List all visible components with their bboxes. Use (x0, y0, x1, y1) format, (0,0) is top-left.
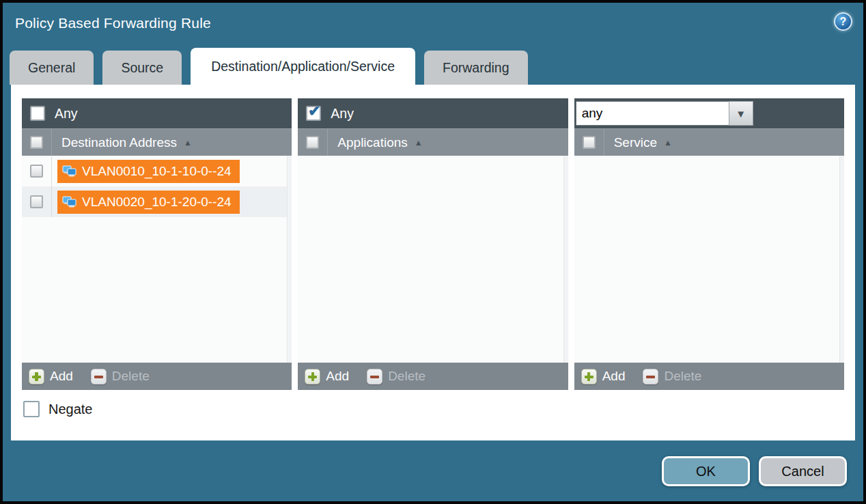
scrollbar-track[interactable] (563, 156, 568, 363)
add-icon (305, 369, 320, 384)
scrollbar-track[interactable] (839, 156, 844, 363)
applications-panel: ✔ Any Applications ▲ Add (298, 98, 568, 390)
delete-icon (367, 369, 382, 384)
service-delete-button[interactable]: Delete (643, 369, 701, 384)
help-icon[interactable]: ? (834, 12, 852, 31)
row-checkbox[interactable] (30, 165, 43, 178)
tab-destination-application-service[interactable]: Destination/Application/Service (191, 48, 415, 85)
applications-any-label: Any (331, 106, 354, 122)
applications-any-checkbox[interactable]: ✔ (306, 106, 321, 121)
tab-forwarding[interactable]: Forwarding (424, 51, 528, 85)
cancel-button[interactable]: Cancel (759, 456, 847, 486)
applications-header-label[interactable]: Applications (337, 135, 407, 150)
applications-add-button[interactable]: Add (305, 369, 349, 384)
destination-list: VLAN0010_10-1-10-0--24 VLAN (22, 156, 292, 363)
sort-ascending-icon[interactable]: ▲ (415, 139, 423, 147)
destination-column-header: Destination Address ▲ (22, 128, 292, 156)
policy-based-forwarding-dialog: Policy Based Forwarding Rule ? General S… (0, 0, 866, 504)
service-footer: Add Delete (574, 363, 844, 390)
applications-delete-button[interactable]: Delete (367, 369, 425, 384)
negate-checkbox[interactable] (23, 401, 40, 417)
service-header-label[interactable]: Service (614, 135, 657, 150)
service-panel: ▼ Service ▲ Add (574, 98, 844, 390)
tab-source[interactable]: Source (102, 51, 182, 85)
sort-ascending-icon[interactable]: ▲ (664, 139, 672, 147)
tab-content-panel: Any Destination Address ▲ (11, 85, 855, 440)
negate-label: Negate (48, 402, 93, 417)
destination-delete-button[interactable]: Delete (91, 369, 150, 384)
dialog-title: Policy Based Forwarding Rule (15, 15, 211, 31)
destination-any-checkbox[interactable] (30, 106, 45, 121)
address-object-icon (62, 196, 76, 208)
applications-any-bar: ✔ Any (298, 98, 568, 128)
destination-address-panel: Any Destination Address ▲ (22, 98, 292, 390)
destination-any-bar: Any (22, 98, 292, 128)
applications-list (298, 156, 568, 363)
delete-icon (643, 369, 658, 384)
scrollbar-track[interactable] (287, 156, 292, 363)
service-add-button[interactable]: Add (581, 369, 626, 384)
destination-header-label[interactable]: Destination Address (61, 135, 177, 150)
ok-button[interactable]: OK (662, 456, 750, 486)
service-list (574, 156, 844, 363)
applications-select-all-checkbox[interactable] (306, 136, 319, 149)
check-mark-icon: ✔ (308, 104, 320, 119)
destination-any-label: Any (55, 106, 78, 122)
service-mode-input[interactable] (576, 101, 729, 126)
address-object-label: VLAN0010_10-1-10-0--24 (82, 164, 232, 179)
tab-general[interactable]: General (10, 51, 94, 85)
address-object-vlan0020[interactable]: VLAN0020_10-1-20-0--24 (57, 191, 240, 214)
destination-select-all-checkbox[interactable] (30, 136, 43, 149)
applications-column-header: Applications ▲ (298, 128, 568, 156)
add-icon (29, 369, 44, 384)
service-select-all-checkbox[interactable] (583, 136, 596, 149)
service-mode-dropdown: ▼ (576, 101, 753, 126)
address-object-label: VLAN0020_10-1-20-0--24 (82, 195, 232, 210)
columns-container: Any Destination Address ▲ (22, 98, 844, 390)
dialog-button-row: OK Cancel (662, 456, 847, 486)
address-object-icon (62, 165, 76, 178)
table-row: VLAN0010_10-1-10-0--24 (22, 156, 292, 186)
dropdown-button[interactable]: ▼ (729, 101, 753, 126)
add-icon (581, 369, 597, 384)
delete-icon (91, 369, 107, 384)
applications-footer: Add Delete (298, 363, 568, 390)
service-column-header: Service ▲ (574, 128, 844, 156)
row-checkbox[interactable] (30, 195, 43, 208)
chevron-down-icon: ▼ (736, 109, 746, 119)
tab-bar: General Source Destination/Application/S… (3, 48, 863, 85)
sort-ascending-icon[interactable]: ▲ (184, 139, 192, 147)
address-object-vlan0010[interactable]: VLAN0010_10-1-10-0--24 (57, 160, 240, 183)
negate-row: Negate (22, 401, 844, 417)
dialog-titlebar: Policy Based Forwarding Rule ? (3, 3, 863, 48)
destination-add-button[interactable]: Add (29, 369, 73, 384)
table-row: VLAN0020_10-1-20-0--24 (22, 186, 292, 217)
service-mode-bar: ▼ (574, 98, 844, 128)
destination-footer: Add Delete (22, 363, 292, 390)
